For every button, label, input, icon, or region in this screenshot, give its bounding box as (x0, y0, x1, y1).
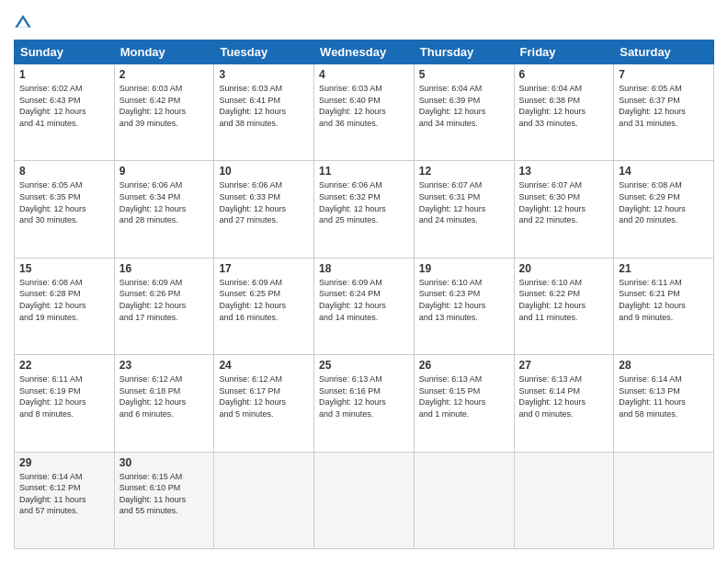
day-info: Sunrise: 6:03 AMSunset: 6:42 PMDaylight:… (119, 84, 187, 128)
calendar-cell (214, 452, 314, 548)
calendar-header-thursday: Thursday (414, 40, 514, 64)
calendar-week-3: 22Sunrise: 6:11 AMSunset: 6:19 PMDayligh… (15, 355, 714, 452)
calendar-cell: 9Sunrise: 6:06 AMSunset: 6:34 PMDaylight… (114, 161, 214, 258)
calendar-cell: 17Sunrise: 6:09 AMSunset: 6:25 PMDayligh… (214, 258, 314, 354)
calendar-header-sunday: Sunday (15, 40, 115, 64)
day-info: Sunrise: 6:03 AMSunset: 6:41 PMDaylight:… (219, 84, 286, 128)
calendar-header-friday: Friday (514, 40, 614, 64)
day-number: 5 (419, 68, 509, 81)
calendar-cell: 1Sunrise: 6:02 AMSunset: 6:43 PMDaylight… (15, 64, 115, 161)
day-number: 25 (319, 359, 409, 372)
calendar-cell: 27Sunrise: 6:13 AMSunset: 6:14 PMDayligh… (514, 355, 614, 452)
day-number: 11 (319, 165, 409, 178)
logo-icon (14, 14, 32, 32)
calendar-cell: 25Sunrise: 6:13 AMSunset: 6:16 PMDayligh… (314, 355, 415, 452)
day-number: 14 (619, 165, 709, 178)
day-number: 3 (219, 68, 309, 81)
day-info: Sunrise: 6:03 AMSunset: 6:40 PMDaylight:… (319, 84, 386, 128)
calendar-cell: 23Sunrise: 6:12 AMSunset: 6:18 PMDayligh… (114, 355, 214, 452)
calendar-cell: 2Sunrise: 6:03 AMSunset: 6:42 PMDaylight… (114, 64, 214, 161)
day-number: 2 (119, 68, 210, 81)
day-info: Sunrise: 6:06 AMSunset: 6:33 PMDaylight:… (219, 180, 286, 224)
calendar-cell: 3Sunrise: 6:03 AMSunset: 6:41 PMDaylight… (214, 64, 314, 161)
day-number: 16 (119, 262, 210, 275)
calendar-header-tuesday: Tuesday (214, 40, 314, 64)
day-number: 7 (619, 68, 709, 81)
day-info: Sunrise: 6:11 AMSunset: 6:21 PMDaylight:… (619, 278, 686, 322)
day-info: Sunrise: 6:06 AMSunset: 6:32 PMDaylight:… (319, 180, 386, 224)
calendar-cell: 14Sunrise: 6:08 AMSunset: 6:29 PMDayligh… (614, 161, 714, 258)
calendar-cell: 15Sunrise: 6:08 AMSunset: 6:28 PMDayligh… (15, 258, 115, 354)
day-number: 24 (219, 359, 309, 372)
calendar-cell: 6Sunrise: 6:04 AMSunset: 6:38 PMDaylight… (514, 64, 614, 161)
day-number: 1 (19, 68, 109, 81)
day-info: Sunrise: 6:14 AMSunset: 6:13 PMDaylight:… (619, 374, 686, 419)
calendar-cell: 21Sunrise: 6:11 AMSunset: 6:21 PMDayligh… (614, 258, 714, 354)
day-number: 23 (119, 359, 210, 372)
calendar-week-2: 15Sunrise: 6:08 AMSunset: 6:28 PMDayligh… (15, 258, 714, 354)
day-info: Sunrise: 6:12 AMSunset: 6:17 PMDaylight:… (219, 374, 286, 419)
day-number: 10 (219, 165, 309, 178)
day-number: 9 (119, 165, 210, 178)
day-info: Sunrise: 6:09 AMSunset: 6:26 PMDaylight:… (119, 278, 187, 322)
day-number: 6 (519, 68, 609, 81)
day-number: 17 (219, 262, 309, 275)
calendar-week-0: 1Sunrise: 6:02 AMSunset: 6:43 PMDaylight… (15, 64, 714, 161)
day-number: 13 (519, 165, 609, 178)
calendar-cell (614, 452, 714, 548)
calendar-table: SundayMondayTuesdayWednesdayThursdayFrid… (14, 40, 714, 549)
day-info: Sunrise: 6:02 AMSunset: 6:43 PMDaylight:… (19, 84, 86, 128)
calendar-week-4: 29Sunrise: 6:14 AMSunset: 6:12 PMDayligh… (15, 452, 714, 548)
day-number: 28 (619, 359, 709, 372)
calendar-header-wednesday: Wednesday (314, 40, 415, 64)
calendar-cell (314, 452, 415, 548)
calendar-cell: 11Sunrise: 6:06 AMSunset: 6:32 PMDayligh… (314, 161, 415, 258)
calendar-cell: 5Sunrise: 6:04 AMSunset: 6:39 PMDaylight… (414, 64, 514, 161)
day-info: Sunrise: 6:09 AMSunset: 6:25 PMDaylight:… (219, 278, 286, 322)
day-number: 27 (519, 359, 609, 372)
calendar-cell: 29Sunrise: 6:14 AMSunset: 6:12 PMDayligh… (15, 452, 115, 548)
calendar-header-row: SundayMondayTuesdayWednesdayThursdayFrid… (15, 40, 714, 64)
header (14, 14, 714, 32)
day-info: Sunrise: 6:11 AMSunset: 6:19 PMDaylight:… (19, 374, 86, 419)
day-info: Sunrise: 6:06 AMSunset: 6:34 PMDaylight:… (119, 180, 187, 224)
calendar-cell: 13Sunrise: 6:07 AMSunset: 6:30 PMDayligh… (514, 161, 614, 258)
day-info: Sunrise: 6:08 AMSunset: 6:28 PMDaylight:… (19, 278, 86, 322)
day-info: Sunrise: 6:08 AMSunset: 6:29 PMDaylight:… (619, 180, 686, 224)
calendar-cell: 20Sunrise: 6:10 AMSunset: 6:22 PMDayligh… (514, 258, 614, 354)
day-info: Sunrise: 6:04 AMSunset: 6:38 PMDaylight:… (519, 84, 586, 128)
day-info: Sunrise: 6:05 AMSunset: 6:35 PMDaylight:… (19, 180, 86, 224)
calendar-cell: 4Sunrise: 6:03 AMSunset: 6:40 PMDaylight… (314, 64, 415, 161)
calendar-header-monday: Monday (114, 40, 214, 64)
day-number: 22 (19, 359, 109, 372)
day-number: 4 (319, 68, 409, 81)
day-info: Sunrise: 6:10 AMSunset: 6:22 PMDaylight:… (519, 278, 586, 322)
calendar-cell: 8Sunrise: 6:05 AMSunset: 6:35 PMDaylight… (15, 161, 115, 258)
calendar-cell: 18Sunrise: 6:09 AMSunset: 6:24 PMDayligh… (314, 258, 415, 354)
day-number: 29 (19, 456, 109, 469)
day-number: 18 (319, 262, 409, 275)
day-info: Sunrise: 6:13 AMSunset: 6:16 PMDaylight:… (319, 374, 386, 419)
calendar-cell: 24Sunrise: 6:12 AMSunset: 6:17 PMDayligh… (214, 355, 314, 452)
day-number: 26 (419, 359, 509, 372)
day-info: Sunrise: 6:04 AMSunset: 6:39 PMDaylight:… (419, 84, 486, 128)
day-number: 30 (119, 456, 210, 469)
day-number: 8 (19, 165, 109, 178)
day-number: 21 (619, 262, 709, 275)
calendar-cell: 10Sunrise: 6:06 AMSunset: 6:33 PMDayligh… (214, 161, 314, 258)
calendar-cell: 28Sunrise: 6:14 AMSunset: 6:13 PMDayligh… (614, 355, 714, 452)
calendar-cell: 30Sunrise: 6:15 AMSunset: 6:10 PMDayligh… (114, 452, 214, 548)
day-number: 12 (419, 165, 509, 178)
calendar-header-saturday: Saturday (614, 40, 714, 64)
day-info: Sunrise: 6:10 AMSunset: 6:23 PMDaylight:… (419, 278, 486, 322)
calendar-cell: 12Sunrise: 6:07 AMSunset: 6:31 PMDayligh… (414, 161, 514, 258)
calendar-cell: 22Sunrise: 6:11 AMSunset: 6:19 PMDayligh… (15, 355, 115, 452)
day-number: 15 (19, 262, 109, 275)
day-info: Sunrise: 6:15 AMSunset: 6:10 PMDaylight:… (119, 472, 187, 516)
calendar-cell: 7Sunrise: 6:05 AMSunset: 6:37 PMDaylight… (614, 64, 714, 161)
logo (14, 14, 36, 32)
calendar-week-1: 8Sunrise: 6:05 AMSunset: 6:35 PMDaylight… (15, 161, 714, 258)
calendar-cell: 26Sunrise: 6:13 AMSunset: 6:15 PMDayligh… (414, 355, 514, 452)
day-number: 19 (419, 262, 509, 275)
page: SundayMondayTuesdayWednesdayThursdayFrid… (0, 0, 728, 563)
